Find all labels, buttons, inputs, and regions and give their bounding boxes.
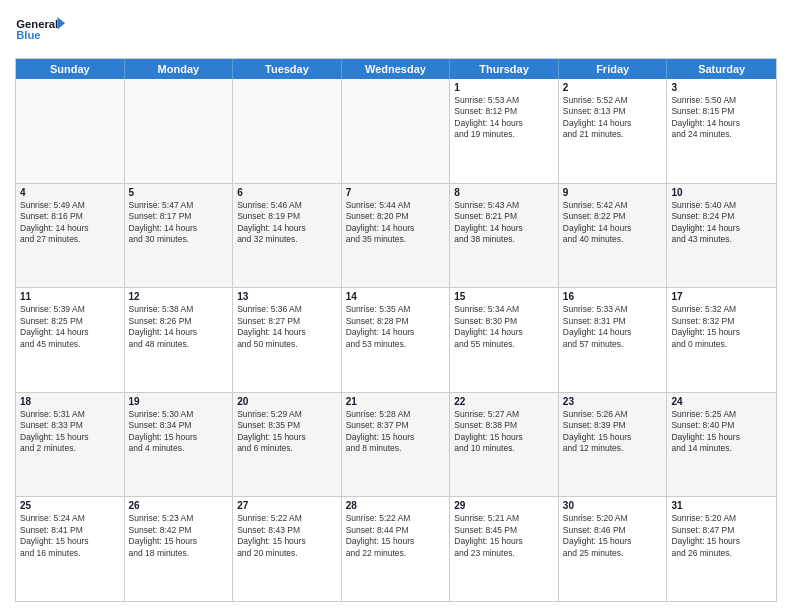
- day-cell-7: 7Sunrise: 5:44 AMSunset: 8:20 PMDaylight…: [342, 184, 451, 288]
- day-info: Sunrise: 5:44 AMSunset: 8:20 PMDaylight:…: [346, 200, 446, 246]
- day-info: Sunrise: 5:25 AMSunset: 8:40 PMDaylight:…: [671, 409, 772, 455]
- day-number: 5: [129, 187, 229, 198]
- day-number: 7: [346, 187, 446, 198]
- day-number: 2: [563, 82, 663, 93]
- day-info: Sunrise: 5:26 AMSunset: 8:39 PMDaylight:…: [563, 409, 663, 455]
- header-day-wednesday: Wednesday: [342, 59, 451, 79]
- day-info: Sunrise: 5:27 AMSunset: 8:38 PMDaylight:…: [454, 409, 554, 455]
- day-info: Sunrise: 5:30 AMSunset: 8:34 PMDaylight:…: [129, 409, 229, 455]
- day-cell-26: 26Sunrise: 5:23 AMSunset: 8:42 PMDayligh…: [125, 497, 234, 601]
- day-number: 29: [454, 500, 554, 511]
- calendar-week-3: 11Sunrise: 5:39 AMSunset: 8:25 PMDayligh…: [16, 288, 776, 393]
- day-info: Sunrise: 5:35 AMSunset: 8:28 PMDaylight:…: [346, 304, 446, 350]
- day-cell-10: 10Sunrise: 5:40 AMSunset: 8:24 PMDayligh…: [667, 184, 776, 288]
- day-info: Sunrise: 5:28 AMSunset: 8:37 PMDaylight:…: [346, 409, 446, 455]
- day-info: Sunrise: 5:53 AMSunset: 8:12 PMDaylight:…: [454, 95, 554, 141]
- day-number: 30: [563, 500, 663, 511]
- page: General Blue SundayMondayTuesdayWednesda…: [0, 0, 792, 612]
- day-info: Sunrise: 5:38 AMSunset: 8:26 PMDaylight:…: [129, 304, 229, 350]
- calendar-week-2: 4Sunrise: 5:49 AMSunset: 8:16 PMDaylight…: [16, 184, 776, 289]
- day-info: Sunrise: 5:39 AMSunset: 8:25 PMDaylight:…: [20, 304, 120, 350]
- day-number: 26: [129, 500, 229, 511]
- calendar-week-4: 18Sunrise: 5:31 AMSunset: 8:33 PMDayligh…: [16, 393, 776, 498]
- day-number: 15: [454, 291, 554, 302]
- header-day-tuesday: Tuesday: [233, 59, 342, 79]
- day-info: Sunrise: 5:52 AMSunset: 8:13 PMDaylight:…: [563, 95, 663, 141]
- day-number: 28: [346, 500, 446, 511]
- day-cell-8: 8Sunrise: 5:43 AMSunset: 8:21 PMDaylight…: [450, 184, 559, 288]
- day-cell-16: 16Sunrise: 5:33 AMSunset: 8:31 PMDayligh…: [559, 288, 668, 392]
- day-cell-31: 31Sunrise: 5:20 AMSunset: 8:47 PMDayligh…: [667, 497, 776, 601]
- svg-marker-2: [58, 17, 66, 30]
- day-number: 11: [20, 291, 120, 302]
- day-info: Sunrise: 5:43 AMSunset: 8:21 PMDaylight:…: [454, 200, 554, 246]
- day-info: Sunrise: 5:24 AMSunset: 8:41 PMDaylight:…: [20, 513, 120, 559]
- day-number: 19: [129, 396, 229, 407]
- day-cell-23: 23Sunrise: 5:26 AMSunset: 8:39 PMDayligh…: [559, 393, 668, 497]
- day-number: 4: [20, 187, 120, 198]
- calendar-header: SundayMondayTuesdayWednesdayThursdayFrid…: [16, 59, 776, 79]
- day-info: Sunrise: 5:22 AMSunset: 8:43 PMDaylight:…: [237, 513, 337, 559]
- day-cell-30: 30Sunrise: 5:20 AMSunset: 8:46 PMDayligh…: [559, 497, 668, 601]
- day-cell-6: 6Sunrise: 5:46 AMSunset: 8:19 PMDaylight…: [233, 184, 342, 288]
- day-number: 23: [563, 396, 663, 407]
- day-number: 24: [671, 396, 772, 407]
- day-cell-9: 9Sunrise: 5:42 AMSunset: 8:22 PMDaylight…: [559, 184, 668, 288]
- header-day-thursday: Thursday: [450, 59, 559, 79]
- header: General Blue: [15, 10, 777, 50]
- empty-cell: [233, 79, 342, 183]
- day-number: 8: [454, 187, 554, 198]
- logo-svg: General Blue: [15, 10, 65, 50]
- day-number: 27: [237, 500, 337, 511]
- day-info: Sunrise: 5:49 AMSunset: 8:16 PMDaylight:…: [20, 200, 120, 246]
- day-info: Sunrise: 5:20 AMSunset: 8:46 PMDaylight:…: [563, 513, 663, 559]
- day-number: 10: [671, 187, 772, 198]
- day-cell-11: 11Sunrise: 5:39 AMSunset: 8:25 PMDayligh…: [16, 288, 125, 392]
- day-info: Sunrise: 5:29 AMSunset: 8:35 PMDaylight:…: [237, 409, 337, 455]
- day-number: 21: [346, 396, 446, 407]
- day-cell-28: 28Sunrise: 5:22 AMSunset: 8:44 PMDayligh…: [342, 497, 451, 601]
- day-cell-13: 13Sunrise: 5:36 AMSunset: 8:27 PMDayligh…: [233, 288, 342, 392]
- empty-cell: [125, 79, 234, 183]
- day-cell-12: 12Sunrise: 5:38 AMSunset: 8:26 PMDayligh…: [125, 288, 234, 392]
- day-number: 13: [237, 291, 337, 302]
- day-number: 6: [237, 187, 337, 198]
- day-cell-2: 2Sunrise: 5:52 AMSunset: 8:13 PMDaylight…: [559, 79, 668, 183]
- day-info: Sunrise: 5:34 AMSunset: 8:30 PMDaylight:…: [454, 304, 554, 350]
- calendar-body: 1Sunrise: 5:53 AMSunset: 8:12 PMDaylight…: [16, 79, 776, 601]
- header-day-saturday: Saturday: [667, 59, 776, 79]
- svg-text:Blue: Blue: [16, 29, 40, 41]
- logo: General Blue: [15, 10, 65, 50]
- day-cell-20: 20Sunrise: 5:29 AMSunset: 8:35 PMDayligh…: [233, 393, 342, 497]
- day-number: 18: [20, 396, 120, 407]
- day-info: Sunrise: 5:50 AMSunset: 8:15 PMDaylight:…: [671, 95, 772, 141]
- day-info: Sunrise: 5:23 AMSunset: 8:42 PMDaylight:…: [129, 513, 229, 559]
- day-number: 14: [346, 291, 446, 302]
- calendar-week-5: 25Sunrise: 5:24 AMSunset: 8:41 PMDayligh…: [16, 497, 776, 601]
- day-cell-14: 14Sunrise: 5:35 AMSunset: 8:28 PMDayligh…: [342, 288, 451, 392]
- day-info: Sunrise: 5:20 AMSunset: 8:47 PMDaylight:…: [671, 513, 772, 559]
- day-cell-29: 29Sunrise: 5:21 AMSunset: 8:45 PMDayligh…: [450, 497, 559, 601]
- day-cell-22: 22Sunrise: 5:27 AMSunset: 8:38 PMDayligh…: [450, 393, 559, 497]
- day-number: 16: [563, 291, 663, 302]
- day-number: 31: [671, 500, 772, 511]
- day-cell-19: 19Sunrise: 5:30 AMSunset: 8:34 PMDayligh…: [125, 393, 234, 497]
- day-cell-5: 5Sunrise: 5:47 AMSunset: 8:17 PMDaylight…: [125, 184, 234, 288]
- day-cell-1: 1Sunrise: 5:53 AMSunset: 8:12 PMDaylight…: [450, 79, 559, 183]
- day-number: 25: [20, 500, 120, 511]
- day-number: 20: [237, 396, 337, 407]
- day-cell-3: 3Sunrise: 5:50 AMSunset: 8:15 PMDaylight…: [667, 79, 776, 183]
- day-info: Sunrise: 5:33 AMSunset: 8:31 PMDaylight:…: [563, 304, 663, 350]
- day-number: 1: [454, 82, 554, 93]
- day-info: Sunrise: 5:46 AMSunset: 8:19 PMDaylight:…: [237, 200, 337, 246]
- day-info: Sunrise: 5:40 AMSunset: 8:24 PMDaylight:…: [671, 200, 772, 246]
- day-info: Sunrise: 5:21 AMSunset: 8:45 PMDaylight:…: [454, 513, 554, 559]
- empty-cell: [16, 79, 125, 183]
- header-day-monday: Monday: [125, 59, 234, 79]
- day-cell-15: 15Sunrise: 5:34 AMSunset: 8:30 PMDayligh…: [450, 288, 559, 392]
- day-number: 3: [671, 82, 772, 93]
- day-number: 9: [563, 187, 663, 198]
- day-info: Sunrise: 5:36 AMSunset: 8:27 PMDaylight:…: [237, 304, 337, 350]
- day-info: Sunrise: 5:47 AMSunset: 8:17 PMDaylight:…: [129, 200, 229, 246]
- header-day-sunday: Sunday: [16, 59, 125, 79]
